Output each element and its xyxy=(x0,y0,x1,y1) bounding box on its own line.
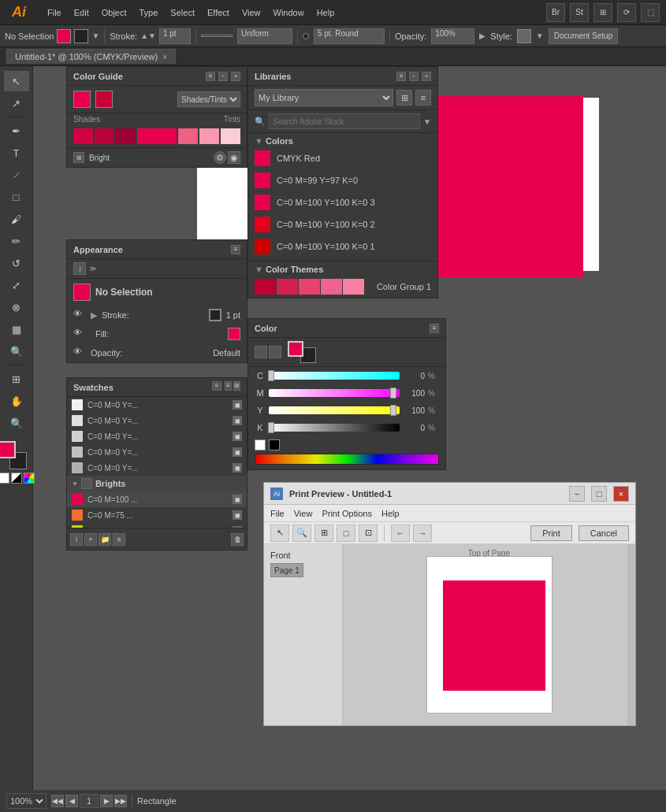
lib-color-item-3[interactable]: C=0 M=100 Y=100 K=0 3 xyxy=(248,191,437,213)
appearance-fill-swatch[interactable] xyxy=(228,328,240,340)
stroke-type-select[interactable]: Uniform xyxy=(237,28,292,44)
tint-1[interactable] xyxy=(178,128,198,144)
zoom-select[interactable]: 100% xyxy=(6,793,47,809)
library-select[interactable]: My Library xyxy=(255,89,393,106)
dialog-maximize-btn[interactable]: □ xyxy=(591,486,607,502)
swatches-delete-btn[interactable]: 🗑 xyxy=(231,533,244,546)
swatch-item-1[interactable]: C=0 M=0 Y=... ◼ xyxy=(67,397,247,413)
brights-group-header[interactable]: ▼ Brights xyxy=(67,476,247,491)
k-thumb[interactable] xyxy=(268,422,274,433)
color-gradient-bar[interactable] xyxy=(255,454,439,465)
center-swatch[interactable] xyxy=(137,128,177,144)
white-swatch[interactable] xyxy=(0,473,9,484)
swatches-info-btn[interactable]: i xyxy=(70,533,83,546)
appearance-fill-visibility-btn[interactable]: 👁 xyxy=(73,328,86,340)
bright-swatch-3[interactable]: C=0 M=10 ... ◼ xyxy=(67,523,247,528)
line-tool[interactable]: ⟋ xyxy=(4,165,29,185)
library-search-input[interactable] xyxy=(269,113,420,129)
cancel-btn[interactable]: Cancel xyxy=(579,525,629,541)
dialog-minimize-btn[interactable]: − xyxy=(569,486,585,502)
color-guide-menu-btn[interactable]: ≡ xyxy=(206,72,215,81)
dialog-print-options-menu[interactable]: Print Options xyxy=(322,509,372,518)
type-tool[interactable]: T xyxy=(4,143,29,163)
cp-fg-swatch[interactable] xyxy=(288,341,303,357)
tint-2[interactable] xyxy=(199,128,219,144)
c-slider[interactable] xyxy=(269,372,400,380)
bright-swatch-2[interactable]: C=0 M=75 ... ◼ xyxy=(67,507,247,523)
search-icon[interactable]: ⬚ xyxy=(641,3,660,22)
stock-icon[interactable]: St xyxy=(570,3,589,22)
menu-select[interactable]: Select xyxy=(164,5,201,20)
swatch-item-5[interactable]: C=0 M=0 Y=... ◼ xyxy=(67,460,247,476)
appearance-menu-btn[interactable]: ≡ xyxy=(231,245,240,254)
cp-black[interactable] xyxy=(269,439,280,450)
page-1-thumbnail-btn[interactable]: Page 1 xyxy=(270,563,303,577)
print-btn[interactable]: Print xyxy=(530,525,572,541)
shade-1[interactable] xyxy=(73,128,93,144)
lib-grid-view-btn[interactable]: ⊞ xyxy=(396,90,412,106)
swatch-item-3[interactable]: C=0 M=0 Y=... ◼ xyxy=(67,428,247,444)
document-setup-btn[interactable]: Document Setup xyxy=(549,28,619,44)
appearance-opacity-visibility-btn[interactable]: 👁 xyxy=(73,347,86,359)
swatches-menu-btn2[interactable]: ≡ xyxy=(113,533,125,546)
y-thumb[interactable] xyxy=(390,405,396,416)
dialog-close-btn[interactable]: × xyxy=(613,486,629,502)
swatch-item-2[interactable]: C=0 M=0 Y=... ◼ xyxy=(67,413,247,428)
k-slider[interactable] xyxy=(269,424,400,432)
gradient-tool[interactable]: ▦ xyxy=(4,319,29,339)
next-page-btn[interactable]: ▶ xyxy=(100,795,113,807)
color-guide-collapse-btn[interactable]: − xyxy=(218,72,228,81)
color-wheel-swatch[interactable] xyxy=(24,473,35,484)
page-input[interactable] xyxy=(80,794,99,808)
eyedropper-tool[interactable]: 🔍 xyxy=(4,341,29,362)
color-group-1-item[interactable]: Color Group 1 xyxy=(248,276,437,298)
artboard-tool[interactable]: ⊞ xyxy=(4,369,29,389)
bright-swatch-1[interactable]: C=0 M=100 ... ◼ xyxy=(67,491,247,507)
scale-tool[interactable]: ⤢ xyxy=(4,275,29,295)
fg-swatch[interactable] xyxy=(0,441,16,458)
dialog-view-menu[interactable]: View xyxy=(294,509,313,518)
appearance-stroke-swatch[interactable] xyxy=(209,309,221,321)
fill-swatch[interactable] xyxy=(57,29,71,43)
lib-color-item-5[interactable]: C=0 M=100 Y=100 K=0 1 xyxy=(248,235,437,258)
rotate-tool[interactable]: ↺ xyxy=(4,253,29,273)
swatches-list-btn[interactable]: ≡ xyxy=(225,381,232,391)
lib-list-view-btn[interactable]: ≡ xyxy=(415,90,431,106)
pen-tool[interactable]: ✒ xyxy=(4,121,29,141)
swatch-item-4[interactable]: C=0 M=0 Y=... ◼ xyxy=(67,444,247,460)
cg-save-btn[interactable]: ◉ xyxy=(228,151,240,164)
pencil-tool[interactable]: ✏ xyxy=(4,231,29,251)
bridge-icon[interactable]: Br xyxy=(546,3,565,22)
dialog-actual-tool[interactable]: □ xyxy=(337,525,355,542)
cp-white[interactable] xyxy=(255,439,266,450)
swatches-folder-btn[interactable]: 📁 xyxy=(99,533,111,546)
lib-color-item-2[interactable]: C=0 M=99 Y=97 K=0 xyxy=(248,169,437,191)
blend-tool[interactable]: ⊗ xyxy=(4,297,29,317)
dialog-fit-tool[interactable]: ⊞ xyxy=(314,525,333,542)
lib-cmyk-red[interactable]: CMYK Red xyxy=(248,147,437,169)
menu-edit[interactable]: Edit xyxy=(68,5,95,20)
stroke-value-select[interactable]: 1 pt xyxy=(159,28,191,44)
m-slider[interactable] xyxy=(269,389,400,397)
brush-size-select[interactable]: 5 pt. Round xyxy=(314,28,385,44)
preview-scrollbar[interactable] xyxy=(627,544,635,725)
m-thumb[interactable] xyxy=(390,387,396,399)
appearance-stroke-expand[interactable]: ▶ xyxy=(91,310,97,321)
dialog-file-menu[interactable]: File xyxy=(270,509,285,518)
cg-color2[interactable] xyxy=(95,91,113,108)
libraries-menu-btn[interactable]: ≡ xyxy=(396,72,406,81)
dialog-arrow-tool[interactable]: ↖ xyxy=(270,525,289,542)
lib-color-item-4[interactable]: C=0 M=100 Y=100 K=0 2 xyxy=(248,213,437,235)
tint-3[interactable] xyxy=(221,128,240,144)
last-page-btn[interactable]: ▶▶ xyxy=(114,795,127,807)
menu-view[interactable]: View xyxy=(236,5,267,20)
menu-object[interactable]: Object xyxy=(95,5,133,20)
y-slider[interactable] xyxy=(269,406,400,414)
color-guide-close-btn[interactable]: × xyxy=(231,72,240,81)
cg-group-icon[interactable]: ⊞ xyxy=(73,152,84,163)
direct-select-tool[interactable]: ↗ xyxy=(4,93,29,113)
swatches-add-btn[interactable]: + xyxy=(84,533,97,546)
cg-color1[interactable] xyxy=(73,91,91,108)
paintbrush-tool[interactable]: 🖌 xyxy=(4,209,29,229)
hand-tool[interactable]: ✋ xyxy=(4,391,29,411)
